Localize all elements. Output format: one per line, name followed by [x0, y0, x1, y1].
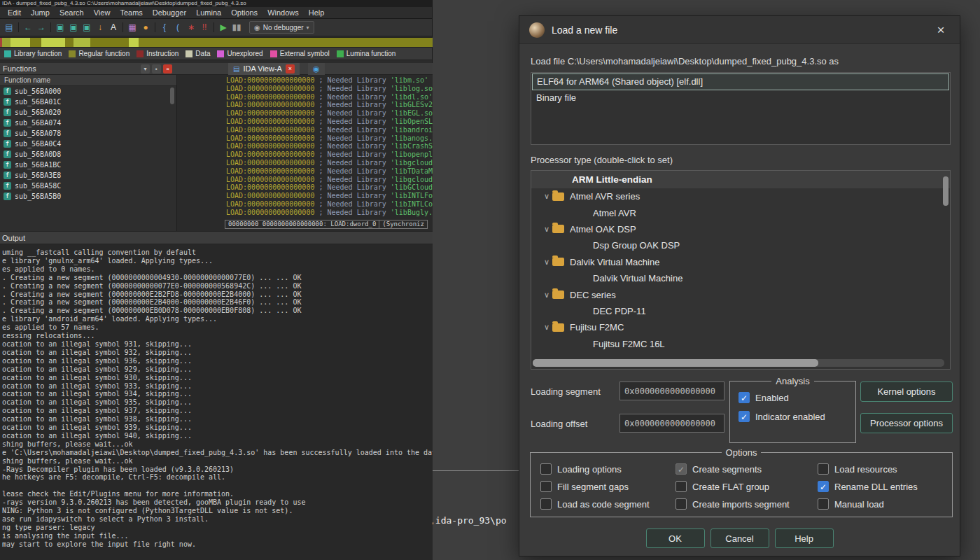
struct-close-icon[interactable]: (: [172, 22, 184, 32]
close-icon[interactable]: ×: [163, 64, 172, 74]
debugger-selector[interactable]: ◉No debugger▾: [249, 21, 314, 34]
memory-icon[interactable]: ▣: [80, 22, 93, 32]
functions-column-header[interactable]: Function name: [0, 75, 176, 86]
tab-ida-view-a[interactable]: ▤ IDA View-A ×: [228, 63, 300, 75]
forward-icon[interactable]: →: [35, 22, 48, 32]
processor-item-selected[interactable]: ARM Little-endian: [531, 171, 950, 188]
maximize-icon[interactable]: ▪: [152, 64, 161, 74]
text-icon[interactable]: A: [107, 22, 120, 32]
function-row[interactable]: fsub_56BA0D8: [0, 149, 176, 160]
processor-item[interactable]: ∨Atmel AVR series: [531, 188, 950, 204]
struct-open-icon[interactable]: {: [158, 22, 171, 32]
tab-close-icon[interactable]: ×: [286, 64, 295, 74]
menu-debugger[interactable]: Debugger: [148, 8, 191, 17]
loading-options-checkbox[interactable]: [540, 463, 552, 475]
help-button[interactable]: Help: [775, 528, 834, 548]
processor-options-button[interactable]: Processor options: [860, 413, 953, 433]
function-row[interactable]: fsub_56BA1BC: [0, 160, 176, 170]
function-row[interactable]: fsub_56BA020: [0, 107, 176, 118]
manual-load-checkbox[interactable]: [818, 498, 829, 510]
function-row[interactable]: fsub_56BA5B0: [0, 191, 176, 202]
kernel-options-button[interactable]: Kernel options: [860, 382, 953, 402]
processor-item[interactable]: ∨Dalvik Virtual Machine: [531, 254, 950, 270]
option-checkbox-row[interactable]: Manual load: [818, 498, 952, 510]
run-icon[interactable]: ▶: [217, 22, 230, 32]
dialog-titlebar[interactable]: Load a new file ×: [519, 16, 960, 44]
loading-segment-input[interactable]: [620, 382, 724, 400]
create-segments-checkbox[interactable]: [676, 463, 687, 475]
menu-search[interactable]: Search: [55, 8, 89, 17]
save-icon[interactable]: ▤: [3, 22, 15, 32]
enabled-checkbox[interactable]: [738, 392, 750, 403]
option-checkbox-row[interactable]: Loading options: [540, 463, 676, 475]
function-row[interactable]: fsub_56BA000: [0, 86, 176, 97]
marks-icon[interactable]: ∗: [185, 22, 197, 32]
output-panel-header[interactable]: Output: [0, 231, 433, 244]
processor-item[interactable]: Fujitsu F2MC 16L: [531, 336, 950, 352]
function-row[interactable]: fsub_56BA58C: [0, 181, 176, 191]
navigation-band[interactable]: [0, 37, 433, 48]
create-imports-segment-checkbox[interactable]: [676, 498, 687, 510]
option-checkbox-row[interactable]: Load resources: [818, 463, 952, 475]
file-type-option[interactable]: Binary file: [532, 90, 949, 107]
load-as-code-segment-checkbox[interactable]: [540, 498, 552, 510]
dialog-close-button[interactable]: ×: [932, 22, 950, 38]
processor-item[interactable]: Dalvik Virtual Machine: [531, 270, 950, 286]
processor-item[interactable]: ∨DEC series: [531, 286, 950, 302]
menu-lumina[interactable]: Lumina: [191, 8, 226, 17]
menu-view[interactable]: View: [89, 8, 115, 17]
processor-item[interactable]: DEC PDP-11: [531, 303, 950, 319]
warning-icon[interactable]: !!: [198, 22, 211, 32]
processor-item[interactable]: Dsp Group OAK DSP: [531, 237, 950, 253]
dock-icon[interactable]: ▾: [141, 64, 150, 74]
asm-comment: ; Needed Library: [314, 176, 390, 183]
option-checkbox-row[interactable]: Create imports segment: [676, 498, 818, 510]
option-checkbox-row[interactable]: Fill segment gaps: [540, 481, 676, 492]
create-flat-group-checkbox[interactable]: [676, 481, 687, 492]
function-row[interactable]: fsub_56BA078: [0, 128, 176, 139]
menu-windows[interactable]: Windows: [262, 8, 304, 17]
processor-item[interactable]: Atmel AVR: [531, 204, 950, 220]
function-row[interactable]: fsub_56BA01C: [0, 97, 176, 107]
loading-offset-input[interactable]: [620, 414, 724, 433]
option-checkbox-row[interactable]: Rename DLL entries: [818, 481, 952, 492]
menu-teams[interactable]: Teams: [115, 8, 147, 17]
back-icon[interactable]: ←: [22, 22, 34, 32]
function-row[interactable]: fsub_56BA0C4: [0, 139, 176, 149]
disassembly-pane[interactable]: LOAD:0000000000000000 ; Needed Library '…: [176, 75, 433, 231]
menu-edit[interactable]: Edit: [3, 8, 26, 17]
breakpoint-icon[interactable]: ●: [139, 22, 152, 32]
functions-panel-header[interactable]: Functions ▾ ▪ ×: [0, 63, 176, 75]
menu-jump[interactable]: Jump: [26, 8, 55, 17]
function-row[interactable]: fsub_56BA074: [0, 118, 176, 128]
ida-titlebar[interactable]: IDA - dumped_fixed_pubg_4.3.so C:\Users\…: [0, 0, 432, 7]
tab-output-window[interactable]: ◉: [308, 63, 325, 75]
pause-icon[interactable]: ▮▮: [230, 22, 243, 32]
memory-icon[interactable]: ▣: [54, 22, 66, 32]
indicator-enabled-checkbox[interactable]: [738, 411, 750, 422]
processor-item[interactable]: ∨Atmel OAK DSP: [531, 221, 950, 237]
load-resources-checkbox[interactable]: [818, 463, 829, 475]
option-checkbox-row[interactable]: Create FLAT group: [676, 481, 818, 492]
menu-help[interactable]: Help: [304, 8, 330, 17]
horizontal-scrollbar-thumb[interactable]: [533, 359, 818, 367]
function-row[interactable]: fsub_56BA3E8: [0, 170, 176, 181]
processor-item[interactable]: ∨Fujitsu F2MC: [531, 319, 950, 335]
memory-icon[interactable]: ▣: [67, 22, 80, 32]
analysis-checkbox-row[interactable]: Indicator enabled: [738, 411, 855, 422]
analysis-checkbox-row[interactable]: Enabled: [738, 392, 855, 403]
fill-segment-gaps-checkbox[interactable]: [540, 481, 552, 492]
image-icon[interactable]: ▦: [126, 22, 139, 32]
horizontal-scrollbar[interactable]: [533, 359, 944, 367]
file-type-option[interactable]: ELF64 for ARM64 (Shared object) [elf.dll…: [532, 74, 949, 90]
option-checkbox-row[interactable]: Load as code segment: [540, 498, 676, 510]
option-checkbox-row[interactable]: Create segments: [676, 463, 818, 475]
output-console[interactable]: uming __fastcall calling convention by d…: [0, 244, 433, 560]
functions-scrollbar[interactable]: [170, 88, 174, 104]
rename-dll-entries-checkbox[interactable]: [818, 481, 829, 492]
cancel-button[interactable]: Cancel: [710, 528, 769, 548]
vertical-scrollbar[interactable]: [943, 176, 948, 206]
jump-down-icon[interactable]: ↓: [94, 22, 106, 32]
ok-button[interactable]: OK: [646, 528, 705, 548]
menu-options[interactable]: Options: [226, 8, 262, 17]
